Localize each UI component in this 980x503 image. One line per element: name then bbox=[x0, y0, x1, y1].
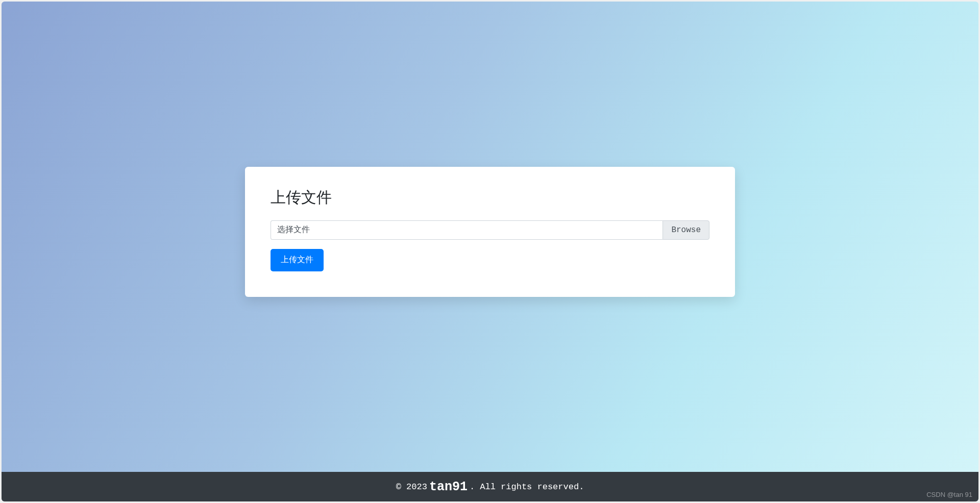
copyright-suffix: . All rights reserved. bbox=[470, 482, 584, 492]
file-input-group: 选择文件 Browse bbox=[271, 220, 709, 240]
main-area: 上传文件 选择文件 Browse 上传文件 bbox=[2, 2, 978, 472]
file-input[interactable]: 选择文件 bbox=[271, 220, 663, 240]
footer-brand: tan91 bbox=[429, 480, 468, 494]
browse-button[interactable]: Browse bbox=[663, 220, 709, 240]
footer: © 2023 tan91 . All rights reserved. bbox=[2, 472, 978, 501]
upload-card: 上传文件 选择文件 Browse 上传文件 bbox=[245, 167, 735, 297]
card-title: 上传文件 bbox=[271, 187, 709, 208]
upload-button[interactable]: 上传文件 bbox=[271, 249, 324, 271]
copyright-prefix: © 2023 bbox=[396, 482, 427, 492]
page-background: 上传文件 选择文件 Browse 上传文件 © 2023 tan91 . All… bbox=[2, 2, 978, 501]
watermark: CSDN @tan 91 bbox=[926, 491, 972, 498]
